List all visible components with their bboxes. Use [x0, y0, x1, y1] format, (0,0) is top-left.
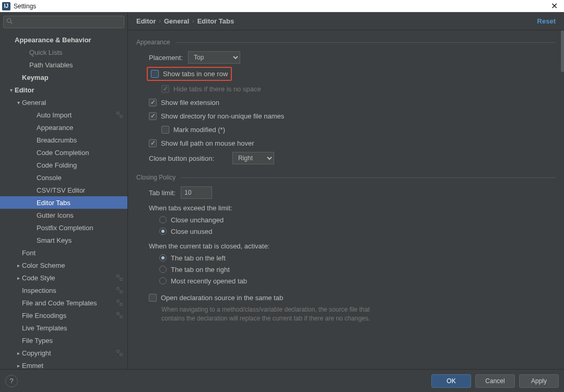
radio-tab-recent[interactable]: Most recently opened tab — [159, 275, 556, 287]
sidebar-item-label: Color Scheme — [22, 262, 123, 269]
sidebar-item-file-and-code-templates[interactable]: File and Code Templates — [0, 296, 127, 309]
chevron-down-icon[interactable]: ▾ — [7, 87, 15, 93]
sidebar-item-postfix-completion[interactable]: Postfix Completion — [0, 221, 127, 234]
sidebar-item-appearance[interactable]: Appearance — [0, 121, 127, 134]
checkbox-show-dir[interactable] — [149, 112, 157, 120]
svg-rect-5 — [120, 278, 122, 280]
svg-point-0 — [7, 19, 11, 23]
cancel-button[interactable]: Cancel — [475, 374, 515, 388]
checkbox-open-decl-label: Open declaration source in the same tab — [161, 294, 283, 302]
highlight-show-tabs-one-row: Show tabs in one row — [147, 67, 232, 81]
scrollbar-vertical[interactable] — [561, 30, 564, 72]
sidebar-item-gutter-icons[interactable]: Gutter Icons — [0, 209, 127, 221]
breadcrumb: Editor › General › Editor Tabs Reset — [128, 13, 564, 30]
sidebar-item-inspections[interactable]: Inspections — [0, 284, 127, 296]
crumb-general[interactable]: General — [164, 17, 189, 25]
ok-button[interactable]: OK — [431, 374, 471, 388]
sidebar-item-label: Editor Tabs — [37, 199, 123, 207]
crumb-editor[interactable]: Editor — [136, 17, 156, 25]
sidebar-item-label: Keymap — [22, 74, 123, 81]
sidebar-item-label: Emmet — [22, 362, 123, 370]
sidebar-item-label: Quick Lists — [29, 49, 123, 56]
svg-rect-6 — [117, 288, 119, 290]
sidebar-item-breadcrumbs[interactable]: Breadcrumbs — [0, 134, 127, 146]
radio-tab-left[interactable]: The tab on the left — [159, 252, 556, 264]
placement-select[interactable]: Top — [188, 51, 240, 64]
reset-link[interactable]: Reset — [537, 17, 556, 25]
sidebar-item-label: Editor — [15, 86, 123, 94]
sidebar-item-file-types[interactable]: File Types — [0, 334, 127, 347]
close-pos-select[interactable]: Right — [232, 152, 274, 164]
settings-sidebar: Appearance & BehaviorQuick ListsPath Var… — [0, 13, 128, 369]
window-titlebar: IJ Settings ✕ — [0, 0, 564, 13]
svg-rect-8 — [117, 300, 119, 302]
radio-tab-right[interactable]: The tab on the right — [159, 264, 556, 275]
sidebar-item-label: Font — [22, 249, 123, 257]
sidebar-item-code-folding[interactable]: Code Folding — [0, 159, 127, 171]
chevron-right-icon[interactable]: ▸ — [15, 363, 22, 369]
chevron-right-icon[interactable]: ▸ — [15, 275, 22, 281]
search-input[interactable] — [3, 16, 124, 28]
checkbox-hide-tabs-label: Hide tabs if there is no space — [173, 85, 261, 93]
sidebar-item-path-variables[interactable]: Path Variables — [0, 58, 127, 71]
sidebar-item-font[interactable]: Font — [0, 246, 127, 259]
sidebar-item-emmet[interactable]: ▸Emmet — [0, 359, 127, 369]
checkbox-hide-tabs — [161, 85, 169, 93]
radio-close-unused[interactable]: Close unused — [159, 225, 556, 237]
checkbox-mark-modified-label: Mark modified (*) — [173, 126, 225, 134]
apply-button[interactable]: Apply — [519, 374, 559, 388]
sidebar-item-smart-keys[interactable]: Smart Keys — [0, 234, 127, 246]
sidebar-item-code-completion[interactable]: Code Completion — [0, 146, 127, 159]
sidebar-item-label: Appearance & Behavior — [15, 36, 123, 44]
sidebar-item-quick-lists[interactable]: Quick Lists — [0, 46, 127, 58]
sidebar-item-appearance-behavior[interactable]: Appearance & Behavior — [0, 33, 127, 46]
sidebar-item-color-scheme[interactable]: ▸Color Scheme — [0, 259, 127, 271]
svg-rect-2 — [117, 112, 119, 114]
svg-rect-10 — [117, 313, 119, 315]
radio-close-unchanged[interactable]: Close unchanged — [159, 214, 556, 225]
checkbox-full-path[interactable] — [149, 139, 157, 147]
checkbox-show-ext[interactable] — [149, 99, 157, 106]
sidebar-item-code-style[interactable]: ▸Code Style — [0, 271, 127, 284]
sidebar-item-console[interactable]: Console — [0, 171, 127, 184]
checkbox-show-dir-label: Show directory for non-unique file names — [161, 112, 284, 120]
sidebar-item-auto-import[interactable]: Auto Import — [0, 109, 127, 121]
chevron-right-icon[interactable]: ▸ — [15, 263, 22, 268]
sidebar-item-label: Postfix Completion — [37, 224, 123, 232]
sidebar-item-label: Smart Keys — [37, 236, 123, 244]
svg-rect-11 — [120, 316, 122, 318]
sidebar-item-copyright[interactable]: ▸Copyright — [0, 347, 127, 359]
chevron-right-icon[interactable]: ▸ — [15, 350, 22, 356]
checkbox-one-row-label: Show tabs in one row — [163, 70, 228, 78]
checkbox-open-decl[interactable] — [149, 294, 157, 302]
chevron-down-icon[interactable]: ▾ — [15, 100, 22, 105]
sidebar-item-keymap[interactable]: Keymap — [0, 71, 127, 84]
dialog-footer: ? OK Cancel Apply — [0, 369, 564, 392]
checkbox-full-path-label: Show full path on mouse hover — [161, 139, 254, 147]
checkbox-mark-modified[interactable] — [161, 126, 169, 134]
svg-rect-7 — [120, 291, 122, 293]
svg-rect-13 — [120, 353, 122, 355]
help-button[interactable]: ? — [5, 375, 18, 387]
app-icon: IJ — [2, 2, 10, 10]
tab-limit-label: Tab limit: — [149, 189, 175, 197]
sidebar-item-editor-tabs[interactable]: Editor Tabs — [0, 196, 127, 209]
sidebar-item-csv-tsv-editor[interactable]: CSV/TSV Editor — [0, 184, 127, 196]
tab-limit-input[interactable] — [181, 186, 212, 199]
checkbox-one-row[interactable] — [151, 70, 159, 78]
svg-rect-3 — [120, 115, 122, 117]
radio-tab-recent-label: Most recently opened tab — [171, 277, 247, 285]
sidebar-item-label: CSV/TSV Editor — [37, 186, 123, 194]
section-closing: Closing Policy — [136, 174, 556, 181]
svg-rect-9 — [120, 303, 122, 305]
sidebar-item-label: Copyright — [22, 349, 113, 357]
sidebar-item-label: Code Style — [22, 274, 113, 282]
sidebar-item-file-encodings[interactable]: File Encodings — [0, 309, 127, 322]
settings-tree[interactable]: Appearance & BehaviorQuick ListsPath Var… — [0, 31, 127, 369]
search-icon — [6, 18, 13, 24]
sidebar-item-general[interactable]: ▾General — [0, 96, 127, 109]
sidebar-item-live-templates[interactable]: Live Templates — [0, 322, 127, 334]
sidebar-item-label: Live Templates — [22, 324, 123, 332]
sidebar-item-editor[interactable]: ▾Editor — [0, 84, 127, 96]
close-icon[interactable]: ✕ — [547, 1, 562, 11]
